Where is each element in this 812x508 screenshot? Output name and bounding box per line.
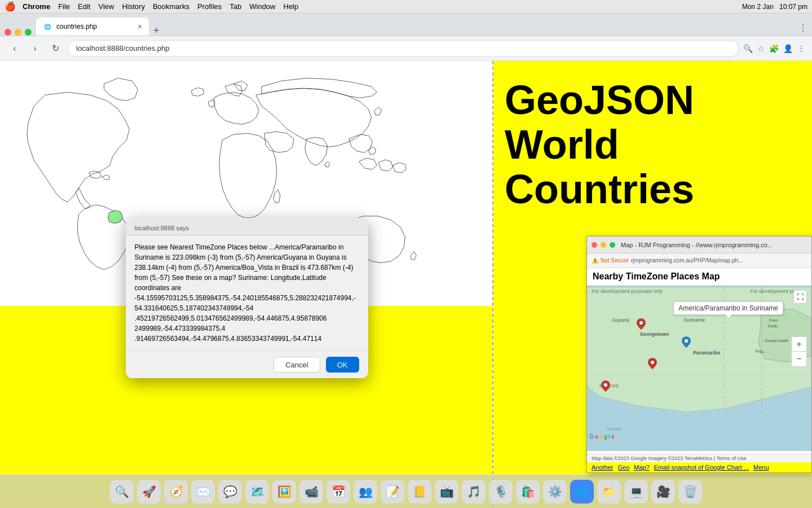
- menu-window[interactable]: Window: [249, 2, 275, 11]
- map-link-map[interactable]: Map?: [634, 464, 650, 471]
- alert-ok-button[interactable]: OK: [326, 357, 359, 373]
- svg-text:Guyana: Guyana: [612, 317, 629, 323]
- tab-close-button[interactable]: ×: [138, 22, 142, 31]
- dock-calendar[interactable]: 📅: [326, 480, 350, 503]
- geojson-title-line3: Countries: [505, 167, 801, 212]
- alert-dialog: localhost:8888 says Please see Nearest T…: [126, 218, 368, 378]
- zoom-in-button[interactable]: +: [792, 337, 806, 352]
- menu-profiles[interactable]: Profiles: [197, 2, 222, 11]
- floating-map-footer: Map data ©2023 Google Imagery ©2023 Terr…: [587, 454, 811, 462]
- extension-icon[interactable]: 🧩: [769, 44, 779, 53]
- menu-view[interactable]: View: [98, 2, 114, 11]
- dock-facetime[interactable]: 📹: [299, 480, 323, 503]
- profile-icon[interactable]: 👤: [783, 44, 793, 53]
- minimize-button[interactable]: [15, 29, 21, 36]
- menu-chrome[interactable]: Chrome: [23, 2, 50, 11]
- floating-minimize-btn[interactable]: [601, 242, 606, 248]
- apple-menu[interactable]: 🍎: [5, 1, 16, 12]
- active-tab[interactable]: 🌐 countries.php ×: [36, 17, 149, 36]
- floating-map-links: Another Geo Map? Email snapshot of Googl…: [587, 462, 811, 472]
- zoom-out-button[interactable]: −: [792, 352, 806, 366]
- warning-icon: ⚠️: [592, 257, 598, 264]
- svg-text:Guia.: Guia.: [768, 323, 778, 329]
- svg-point-18: [604, 383, 607, 387]
- dock-mail[interactable]: ✉️: [191, 480, 215, 503]
- tab-title: countries.php: [56, 23, 133, 30]
- geojson-title: GeoJSON World Countries: [505, 78, 801, 212]
- url-text: localhost:8888/countries.php: [76, 44, 170, 52]
- paramaribo-marker[interactable]: [682, 336, 691, 350]
- map-expand-button[interactable]: ⛶: [793, 290, 807, 304]
- menu-file[interactable]: File: [58, 2, 70, 11]
- dock-system-prefs[interactable]: ⚙️: [543, 480, 567, 503]
- dock-podcasts[interactable]: 🎙️: [489, 480, 513, 503]
- back-button[interactable]: ‹: [7, 41, 23, 56]
- floating-map-title-text: Map - RJM Programming - //www.rjmprogram…: [621, 242, 807, 248]
- map-tooltip: America/Paramaribo in Suriname: [673, 301, 783, 315]
- middle-marker[interactable]: [648, 358, 657, 371]
- floating-map-content: Nearby TimeZone Places Map: [587, 268, 811, 454]
- dock-photos[interactable]: 🖼️: [272, 480, 296, 503]
- tab-bar: 🌐 countries.php × + ⋮: [0, 14, 812, 36]
- chrome-window: 🌐 countries.php × + ⋮ ‹ › ↻ localhost:88…: [0, 14, 812, 508]
- svg-text:Grand-Santi: Grand-Santi: [765, 338, 788, 343]
- not-secure-label: Not Secure: [601, 257, 629, 264]
- dock-maps[interactable]: 🗺️: [245, 480, 269, 503]
- svg-text:Paramaribo: Paramaribo: [693, 350, 721, 356]
- forward-button[interactable]: ›: [27, 41, 43, 56]
- geojson-title-line1: GeoJSON: [505, 78, 801, 122]
- floating-map-header: Nearby TimeZone Places Map: [587, 268, 811, 286]
- alert-cancel-button[interactable]: Cancel: [273, 357, 320, 373]
- menu-date: Mon 2 Jan: [742, 3, 774, 11]
- floating-maximize-btn[interactable]: [610, 242, 615, 248]
- menu-edit[interactable]: Edit: [78, 2, 90, 11]
- dock-finder[interactable]: 🔍: [110, 480, 134, 503]
- page-content: localhost:8888 says Please see Nearest T…: [0, 61, 812, 508]
- menu-tab[interactable]: Tab: [230, 2, 241, 11]
- floating-map-titlebar: Map - RJM Programming - //www.rjmprogram…: [587, 237, 811, 253]
- alert-origin: localhost:8888 says: [135, 225, 359, 231]
- dock-notes[interactable]: 📒: [408, 480, 431, 503]
- dock-launchpad[interactable]: 🚀: [137, 480, 161, 503]
- bottom-marker[interactable]: [601, 380, 610, 394]
- menu-help[interactable]: Help: [284, 2, 299, 11]
- floating-close-btn[interactable]: [592, 242, 597, 248]
- new-tab-button[interactable]: +: [153, 25, 160, 36]
- dock-appstore[interactable]: 🛍️: [516, 480, 540, 503]
- dock-chrome[interactable]: 🌐: [570, 480, 594, 503]
- reload-button[interactable]: ↻: [47, 41, 63, 56]
- dock-trash[interactable]: 🗑️: [678, 480, 702, 503]
- tab-bar-actions: ⋮: [798, 23, 807, 33]
- geojson-title-line2: World: [505, 122, 801, 167]
- map-controls: + −: [791, 336, 807, 367]
- dock-reminders[interactable]: 📝: [381, 480, 404, 503]
- dock-zoom[interactable]: 🎥: [651, 480, 675, 503]
- dock-safari[interactable]: 🧭: [164, 480, 188, 503]
- map-link-geo[interactable]: Geo: [618, 464, 630, 471]
- map-link-menu[interactable]: Menu: [753, 464, 769, 471]
- floating-map-body: Atlantic Georgetown Paramaribo Guyana Su…: [587, 286, 811, 451]
- tab-search-icon[interactable]: ⋮: [798, 23, 807, 33]
- map-link-email[interactable]: Email snapshot of Google Chart ...: [654, 464, 749, 471]
- tooltip-text: America/Paramaribo in Suriname: [678, 304, 778, 312]
- url-bar[interactable]: localhost:8888/countries.php: [68, 40, 739, 57]
- lens-icon[interactable]: 🔍: [743, 44, 753, 53]
- menu-time: 10:07 pm: [779, 3, 807, 11]
- dock-contacts[interactable]: 👥: [354, 480, 377, 503]
- menu-icon[interactable]: ⋮: [797, 44, 805, 53]
- dock-music[interactable]: 🎵: [462, 480, 486, 503]
- dock-filezilla[interactable]: 📁: [597, 480, 621, 503]
- bookmark-icon[interactable]: ☆: [757, 44, 765, 53]
- svg-text:Atlantic: Atlantic: [606, 426, 623, 432]
- georgetown-marker[interactable]: [637, 318, 646, 332]
- dock-tv[interactable]: 📺: [435, 480, 458, 503]
- menu-bookmarks[interactable]: Bookmarks: [153, 2, 189, 11]
- dock-messages[interactable]: 💬: [218, 480, 242, 503]
- maximize-button[interactable]: [25, 29, 32, 36]
- map-link-another[interactable]: Another: [592, 464, 614, 471]
- close-button[interactable]: [5, 29, 11, 36]
- menu-bar: 🍎 Chrome File Edit View History Bookmark…: [0, 0, 812, 14]
- menu-history[interactable]: History: [122, 2, 144, 11]
- svg-point-17: [685, 339, 688, 343]
- dock-terminal[interactable]: 💻: [624, 480, 648, 503]
